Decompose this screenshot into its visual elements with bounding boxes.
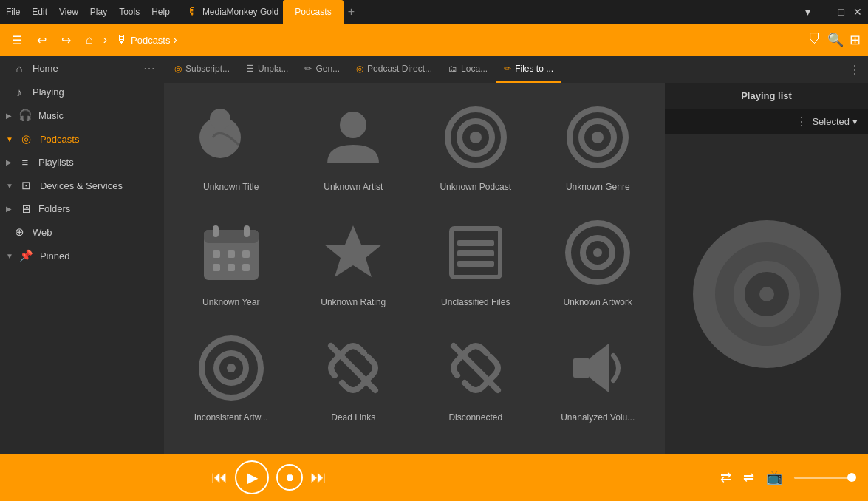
web-icon: ⊕ bbox=[12, 225, 27, 239]
tab-files-label: Files to ... bbox=[515, 64, 553, 74]
grid-item-unknown-genre[interactable]: Unknown Genre bbox=[537, 89, 660, 204]
tabs-bar: ◎ Subscript... ☰ Unpla... ✏ Gen... ◎ Pod… bbox=[164, 56, 868, 83]
cast-icon[interactable]: 📺 bbox=[766, 469, 782, 485]
sidebar-label-devices: Devices & Services bbox=[40, 180, 123, 191]
minimize-button[interactable]: — bbox=[819, 6, 830, 18]
svg-point-2 bbox=[340, 112, 366, 138]
svg-rect-10 bbox=[204, 230, 259, 243]
svg-point-29 bbox=[227, 364, 236, 372]
svg-point-5 bbox=[470, 132, 482, 143]
grid-item-unknown-rating[interactable]: Unknown Rating bbox=[293, 204, 415, 319]
hamburger-button[interactable]: ☰ bbox=[7, 30, 27, 50]
sidebar-item-music[interactable]: ▶ 🎧 Music bbox=[0, 103, 164, 127]
maximize-button[interactable]: □ bbox=[838, 6, 844, 18]
disconnected-label: Disconnected bbox=[448, 412, 502, 423]
devices-collapse-icon: ▼ bbox=[6, 182, 13, 190]
selected-dropdown[interactable]: Selected ▾ bbox=[812, 116, 858, 127]
search-icon[interactable]: 🔍 bbox=[827, 32, 844, 48]
album-art-area bbox=[665, 134, 868, 454]
svg-rect-22 bbox=[457, 250, 494, 256]
tab-genres-label: Gen... bbox=[315, 64, 340, 74]
grid-item-unclassified-files[interactable]: Unclassified Files bbox=[414, 204, 537, 319]
tab-genres[interactable]: ✏ Gen... bbox=[297, 56, 347, 83]
unknown-podcast-icon bbox=[439, 100, 513, 174]
grid-item-dead-links[interactable]: Dead Links bbox=[293, 319, 415, 434]
menu-play[interactable]: Play bbox=[90, 7, 107, 17]
tab-podcast-directory[interactable]: ◎ Podcast Direct... bbox=[349, 56, 440, 83]
sidebar-item-home[interactable]: ⌂ Home ⋯ bbox=[0, 56, 164, 81]
podcasts-icon: ◎ bbox=[19, 132, 34, 146]
playlists-collapse-icon: ▶ bbox=[6, 158, 12, 166]
tab-subscriptions[interactable]: ◎ Subscript... bbox=[167, 56, 237, 83]
shuffle-icon[interactable]: ⇌ bbox=[743, 469, 754, 485]
menu-file[interactable]: File bbox=[6, 7, 20, 17]
filter-icon[interactable]: ⛉ bbox=[808, 32, 821, 48]
grid-item-unknown-title[interactable]: Unknown Title bbox=[170, 89, 293, 204]
grid-item-disconnected[interactable]: Disconnected bbox=[414, 319, 537, 434]
player-bar: ⏮ ▶ ⏺ ⏭ ⇄ ⇌ 📺 bbox=[0, 454, 868, 501]
skip-prev-button[interactable]: ⏮ bbox=[211, 468, 228, 487]
inconsistent-artwork-icon bbox=[194, 331, 268, 405]
sidebar-more-home[interactable]: ⋯ bbox=[143, 61, 155, 75]
menu-tools[interactable]: Tools bbox=[119, 7, 140, 17]
sidebar-item-playlists[interactable]: ▶ ≡ Playlists bbox=[0, 151, 164, 174]
sidebar-label-pinned: Pinned bbox=[40, 250, 69, 262]
svg-line-30 bbox=[331, 346, 375, 390]
sidebar-item-web[interactable]: ⊕ Web bbox=[0, 220, 164, 244]
home-button[interactable]: ⌂ bbox=[81, 30, 98, 50]
unknown-rating-label: Unknown Rating bbox=[321, 297, 386, 307]
dead-links-icon bbox=[316, 331, 390, 405]
menu-help[interactable]: Help bbox=[151, 7, 170, 17]
pinned-icon: 📌 bbox=[19, 249, 34, 262]
playlists-icon: ≡ bbox=[18, 156, 33, 168]
minimize-dropdown[interactable]: ▾ bbox=[805, 6, 810, 18]
grid-item-unknown-artwork[interactable]: Unknown Artwork bbox=[537, 204, 660, 319]
sidebar-item-devices[interactable]: ▼ ⊡ Devices & Services bbox=[0, 174, 164, 197]
selected-header: ⋮ Selected ▾ bbox=[665, 109, 868, 134]
tab-files-to[interactable]: ✏ Files to ... bbox=[496, 56, 561, 83]
volume-slider[interactable] bbox=[794, 477, 853, 479]
unknown-year-icon bbox=[194, 216, 268, 290]
close-button[interactable]: ✕ bbox=[853, 6, 862, 18]
svg-rect-14 bbox=[228, 250, 235, 258]
music-collapse-icon: ▶ bbox=[6, 112, 12, 120]
menu-bar: File Edit View Play Tools Help bbox=[6, 7, 170, 17]
panel-more-button[interactable]: ⋮ bbox=[796, 115, 807, 129]
play-button[interactable]: ▶ bbox=[235, 460, 269, 494]
active-tab[interactable]: Podcasts bbox=[283, 0, 343, 24]
grid-item-unknown-year[interactable]: Unknown Year bbox=[170, 204, 293, 319]
pinned-collapse-icon: ▼ bbox=[6, 252, 13, 260]
sidebar-item-folders[interactable]: ▶ 🖥 Folders bbox=[0, 197, 164, 220]
grid-item-unknown-artist[interactable]: Unknown Artist bbox=[293, 89, 415, 204]
menu-view[interactable]: View bbox=[59, 7, 78, 17]
grid-panel-layout: Unknown Title Unknown Artist bbox=[164, 83, 868, 454]
unknown-year-label: Unknown Year bbox=[202, 297, 259, 307]
tabs-more-button[interactable]: ⋮ bbox=[844, 63, 865, 77]
tab-unplayed[interactable]: ☰ Unpla... bbox=[239, 56, 295, 83]
playing-list-header: Playing list bbox=[665, 83, 868, 109]
unknown-artwork-icon bbox=[561, 216, 635, 290]
skip-next-button[interactable]: ⏭ bbox=[310, 468, 327, 487]
grid-item-unanalyzed-volume[interactable]: Unanalyzed Volu... bbox=[537, 319, 660, 434]
playing-icon: ♪ bbox=[12, 86, 27, 98]
record-button[interactable]: ⏺ bbox=[276, 464, 303, 491]
columns-icon[interactable]: ⊞ bbox=[850, 32, 861, 48]
new-tab-button[interactable]: + bbox=[348, 5, 355, 18]
repeat-icon[interactable]: ⇄ bbox=[720, 469, 731, 485]
breadcrumb-label: Podcasts bbox=[131, 35, 170, 46]
sidebar-label-podcasts: Podcasts bbox=[40, 134, 79, 145]
grid-item-inconsistent-artwork[interactable]: Inconsistent Artw... bbox=[170, 319, 293, 434]
breadcrumb-podcast-icon: 🎙 bbox=[116, 33, 128, 47]
tab-local[interactable]: 🗂 Loca... bbox=[441, 56, 495, 83]
redo-button[interactable]: ↪ bbox=[57, 30, 75, 50]
album-art-placeholder bbox=[693, 220, 841, 368]
menu-edit[interactable]: Edit bbox=[32, 7, 47, 17]
grid-item-unknown-podcast[interactable]: Unknown Podcast bbox=[414, 89, 537, 204]
sidebar-item-playing[interactable]: ♪ Playing bbox=[0, 81, 164, 103]
sidebar: ⌂ Home ⋯ ♪ Playing ▶ 🎧 Music ▼ ◎ Podcast… bbox=[0, 56, 164, 454]
undo-button[interactable]: ↩ bbox=[33, 30, 51, 50]
unknown-rating-icon bbox=[316, 216, 390, 290]
sidebar-item-podcasts[interactable]: ▼ ◎ Podcasts bbox=[0, 127, 164, 151]
sidebar-label-music: Music bbox=[38, 110, 64, 121]
sidebar-item-pinned[interactable]: ▼ 📌 Pinned bbox=[0, 244, 164, 267]
